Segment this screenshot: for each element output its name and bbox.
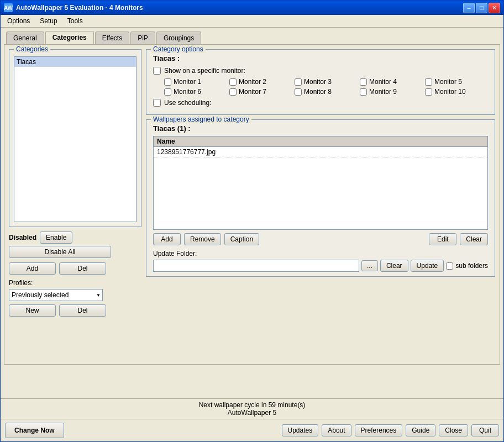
status-bar: Next wallpaper cycle in 59 minute(s) Aut… [1,398,503,419]
update-button[interactable]: Update [411,260,444,272]
menu-bar: Options Setup Tools [1,15,503,28]
browse-button[interactable]: ... [361,260,378,271]
clear-wallpaper-button[interactable]: Clear [460,233,488,245]
profile-del-button[interactable]: Del [59,304,106,317]
profile-new-button[interactable]: New [9,304,56,317]
tab-panel-categories: Categories Tiacas Disabled Enable Disabl… [4,44,500,365]
preferences-button[interactable]: Preferences [355,424,403,436]
tab-general[interactable]: General [6,31,44,44]
menu-setup[interactable]: Setup [35,16,61,26]
title-bar-controls: – □ ✕ [463,3,500,13]
tab-categories[interactable]: Categories [45,31,94,44]
monitor-9-checkbox[interactable] [360,88,367,96]
use-scheduling-checkbox[interactable] [153,99,161,107]
show-on-monitor-label: Show on a specific monitor: [164,67,245,75]
tab-effects[interactable]: Effects [95,31,129,44]
monitor-10-item: Monitor 10 [425,88,488,96]
category-add-button[interactable]: Add [9,262,56,275]
update-folder-label: Update Folder: [153,250,488,257]
right-panel: Category options Tiacas : Show on a spec… [146,49,495,360]
categories-group-title: Categories [14,45,50,53]
left-panel: Categories Tiacas Disabled Enable Disabl… [9,49,141,360]
wallpaper-buttons: Add Remove Caption Edit Clear [153,233,488,245]
tab-groupings[interactable]: Groupings [156,31,201,44]
update-folder-input[interactable] [153,260,359,272]
monitor-9-label: Monitor 9 [369,88,397,96]
monitor-5-item: Monitor 5 [425,78,488,86]
bottom-bar: Change Now Updates About Preferences Gui… [1,419,503,441]
maximize-button[interactable]: □ [476,3,487,13]
monitor-9-item: Monitor 9 [360,88,423,96]
profiles-row: Previously selected [9,289,141,301]
main-content: General Categories Effects PiP Groupings… [1,28,503,398]
monitor-3-checkbox[interactable] [295,78,302,86]
monitor-2-item: Monitor 2 [229,78,292,86]
category-list[interactable]: Tiacas [14,56,136,222]
minimize-button[interactable]: – [463,3,475,13]
monitor-6-checkbox[interactable] [164,88,171,96]
edit-button[interactable]: Edit [429,233,456,245]
profile-select[interactable]: Previously selected [9,289,103,301]
about-button[interactable]: About [322,424,351,436]
add-del-row: Add Del [9,262,141,275]
enable-row: Disabled Enable [9,231,141,244]
monitor-4-checkbox[interactable] [360,78,367,86]
menu-tools[interactable]: Tools [63,16,87,26]
monitor-2-label: Monitor 2 [239,78,266,86]
monitor-3-item: Monitor 3 [295,78,358,86]
guide-button[interactable]: Guide [406,424,435,436]
cat-options-title: Category options [151,45,206,53]
app-icon: AW [4,3,13,12]
wallpaper-remove-button[interactable]: Remove [184,233,221,245]
wallpaper-list-header: Name [154,136,487,147]
disable-all-button[interactable]: Disable All [9,246,111,258]
clear-folder-button[interactable]: Clear [380,260,408,272]
show-on-monitor-row: Show on a specific monitor: [153,67,488,75]
monitor-2-checkbox[interactable] [229,78,237,86]
categories-group: Categories Tiacas [9,49,141,227]
wallpapers-group-title: Wallpapers assigned to category [151,115,251,123]
tab-pip[interactable]: PiP [130,31,155,44]
monitor-5-label: Monitor 5 [434,78,462,86]
main-window: AW AutoWallpaper 5 Evaluation - 4 Monito… [0,0,504,442]
monitor-1-item: Monitor 1 [164,78,227,86]
caption-button[interactable]: Caption [224,233,259,245]
title-bar-left: AW AutoWallpaper 5 Evaluation - 4 Monito… [4,3,143,12]
monitor-7-item: Monitor 7 [229,88,292,96]
wallpaper-add-button[interactable]: Add [153,233,181,245]
monitor-3-label: Monitor 3 [304,78,332,86]
monitor-1-checkbox[interactable] [164,78,171,86]
tabs-container: General Categories Effects PiP Groupings [4,31,500,44]
updates-button[interactable]: Updates [282,424,319,436]
monitor-1-label: Monitor 1 [174,78,201,86]
close-button[interactable]: Close [439,424,468,436]
monitor-6-item: Monitor 6 [164,88,227,96]
monitor-8-label: Monitor 8 [304,88,332,96]
category-item-tiacas[interactable]: Tiacas [14,57,136,67]
change-now-button[interactable]: Change Now [5,423,64,438]
disable-all-row: Disable All [9,246,141,260]
show-on-monitor-checkbox[interactable] [153,67,161,75]
monitor-8-checkbox[interactable] [295,88,302,96]
wallpaper-item-0[interactable]: 1238951776777.jpg [154,147,487,157]
wallpapers-group: Wallpapers assigned to category Tiacas (… [146,119,495,277]
monitor-5-checkbox[interactable] [425,78,432,86]
wallpaper-list[interactable]: Name 1238951776777.jpg [153,136,488,230]
close-window-button[interactable]: ✕ [489,3,500,13]
quit-button[interactable]: Quit [471,424,499,436]
menu-options[interactable]: Options [3,16,34,26]
profile-select-wrapper: Previously selected [9,289,103,301]
use-scheduling-row: Use scheduling: [153,99,488,107]
subfolder-checkbox[interactable] [446,262,453,270]
profiles-section: Profiles: Previously selected New Del [9,279,141,317]
wallpapers-category-label: Tiacas (1) : [153,124,488,133]
monitor-grid: Monitor 1 Monitor 2 Monitor 3 Monit [164,78,488,96]
category-del-button[interactable]: Del [59,262,106,275]
monitor-8-item: Monitor 8 [295,88,358,96]
enable-button[interactable]: Enable [40,231,72,244]
use-scheduling-label: Use scheduling: [164,99,211,107]
cycle-text: Next wallpaper cycle in 59 minute(s) [3,401,501,409]
monitor-7-checkbox[interactable] [229,88,237,96]
app-name-status: AutoWallpaper 5 [3,409,501,417]
monitor-10-checkbox[interactable] [425,88,432,96]
